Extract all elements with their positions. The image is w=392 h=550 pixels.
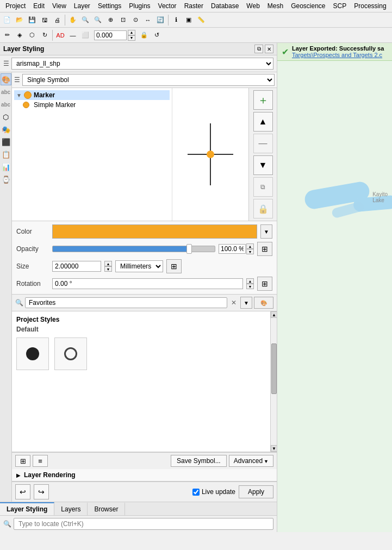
menu-plugins[interactable]: Plugins [126,1,153,11]
move-up-btn[interactable]: ▲ [253,112,273,132]
remove-symbol-btn[interactable]: — [253,134,273,153]
menu-raster[interactable]: Raster [181,1,207,11]
metadata-icon[interactable]: 📋 [1,148,11,160]
live-update-checkbox[interactable] [192,489,200,496]
styles-scrollbar[interactable]: ▲ ▼ [270,311,277,452]
coordinate-input[interactable] [94,30,127,40]
zoom-selection-btn[interactable]: ⊙ [129,14,141,26]
size-spin-up[interactable]: ▲ [104,261,112,266]
menu-edit[interactable]: Edit [30,1,48,11]
search-options-btn[interactable]: ▼ [240,297,252,309]
menu-database[interactable]: Database [208,1,242,11]
zoom-out-btn[interactable]: 🔍 [92,14,104,26]
menu-vector[interactable]: Vector [155,1,180,11]
list-view-btn[interactable]: ≡ [33,455,48,467]
color-button[interactable] [52,224,257,239]
save-as-btn[interactable]: 🖫 [39,14,51,26]
zoom-full-btn[interactable]: ⊕ [104,14,116,26]
menu-view[interactable]: View [49,1,70,11]
rotation-spin-down[interactable]: ▼ [246,284,254,289]
symbol-edit-btn[interactable]: 🎨 [254,297,273,309]
open-project-btn[interactable]: 📂 [14,14,26,26]
bottom-search-input[interactable] [14,518,273,530]
pan-map-btn[interactable]: ↔ [142,14,154,26]
menu-web[interactable]: Web [243,1,263,11]
opacity-slider[interactable] [52,246,215,252]
size-expr-btn[interactable]: ⊞ [166,259,182,273]
select-btn[interactable]: ▣ [183,14,195,26]
size-unit-dropdown[interactable]: Millimeters [115,260,163,272]
draw-line-btn[interactable]: — [67,29,79,41]
rotate-btn[interactable]: ↻ [39,29,51,41]
zoom-in-btn[interactable]: 🔍 [79,14,91,26]
refresh-btn[interactable]: 🔄 [154,14,166,26]
print-layout-btn[interactable]: 🖨 [51,14,63,26]
style-item-2[interactable] [54,338,87,370]
tree-item-simple-marker[interactable]: Simple Marker [21,100,170,110]
grid-view-btn[interactable]: ⊞ [15,455,30,467]
legend-icon[interactable]: 📊 [1,161,11,173]
symbol-type-dropdown[interactable]: Single Symbol [22,74,275,86]
lock-btn[interactable]: 🔒 [253,199,273,218]
rotation-spin-up[interactable]: ▲ [246,278,254,284]
new-project-btn[interactable]: 📄 [1,14,13,26]
3d-icon[interactable]: ⬛ [1,136,11,148]
label-icon-2[interactable]: abc [1,98,11,110]
tab-layer-styling[interactable]: Layer Styling [0,502,54,515]
rotation-input[interactable] [52,278,243,289]
tab-browser[interactable]: Browser [88,502,125,515]
lock-scale-btn[interactable]: 🔒 [138,29,150,41]
style-item-1[interactable] [16,338,49,370]
opacity-expr-btn[interactable]: ⊞ [257,242,272,256]
label-icon-1[interactable]: abc [1,86,11,98]
history-icon[interactable]: ⌚ [1,173,11,185]
undo-btn[interactable]: ↩ [15,484,30,499]
diagram-icon[interactable]: ⬡ [1,111,11,123]
digitize-btn[interactable]: ✏ [1,29,13,41]
menu-layer[interactable]: Layer [71,1,94,11]
move-down-btn[interactable]: ▼ [253,155,273,175]
apply-btn[interactable]: Apply [239,485,273,498]
mask-icon[interactable]: 🎭 [1,123,11,135]
opacity-input[interactable] [219,244,246,254]
menu-project[interactable]: Project [2,1,29,11]
color-dd-btn[interactable]: ▼ [260,224,272,239]
measure-btn[interactable]: 📏 [195,14,207,26]
panel-close-btn[interactable]: ✕ [265,45,273,53]
zoom-layer-btn[interactable]: ⊡ [117,14,129,26]
notification-link[interactable]: Targets\Prospects and Targets 2.c [292,52,382,58]
redo-btn[interactable]: ↪ [34,484,49,499]
draw-poly-btn[interactable]: ⬜ [79,29,91,41]
search-clear-btn[interactable]: ✕ [229,298,239,308]
menu-processing[interactable]: Processing [351,1,389,11]
layer-rendering-row[interactable]: ▶ Layer Rendering [12,469,277,482]
menu-mesh[interactable]: Mesh [264,1,287,11]
vertex-btn[interactable]: ⬡ [26,29,38,41]
opacity-spin-down[interactable]: ▼ [246,249,254,254]
scroll-up-btn[interactable]: ▲ [271,311,277,318]
pan-btn[interactable]: ✋ [67,14,79,26]
tree-item-marker[interactable]: ▼ Marker [14,90,170,100]
save-project-btn[interactable]: 💾 [26,14,38,26]
menu-scp[interactable]: SCP [330,1,350,11]
layer-dropdown[interactable]: arismap_ll_shp [11,58,273,70]
opacity-spin-up[interactable]: ▲ [246,243,254,249]
save-symbol-btn[interactable]: Save Symbol... [171,455,227,467]
menu-geoscience[interactable]: Geoscience [288,1,328,11]
panel-float-btn[interactable]: ⧉ [254,45,263,53]
menu-settings[interactable]: Settings [95,1,125,11]
tab-layers[interactable]: Layers [54,502,88,515]
node-btn[interactable]: ◈ [14,29,26,41]
scroll-down-btn[interactable]: ▼ [271,445,277,452]
rotate-map-btn[interactable]: ↺ [151,29,163,41]
identify-btn[interactable]: ℹ [170,14,182,26]
draw-point-btn[interactable]: AD [54,29,66,41]
style-icon[interactable]: 🎨 [1,73,11,85]
size-input[interactable] [52,261,101,272]
rotation-expr-btn[interactable]: ⊞ [257,277,272,291]
add-symbol-btn[interactable]: ＋ [253,90,273,110]
advanced-btn[interactable]: Advanced▼ [229,455,273,467]
size-spin-down[interactable]: ▼ [104,266,112,272]
duplicate-btn[interactable]: ⧉ [253,177,273,197]
search-input[interactable] [25,297,227,308]
